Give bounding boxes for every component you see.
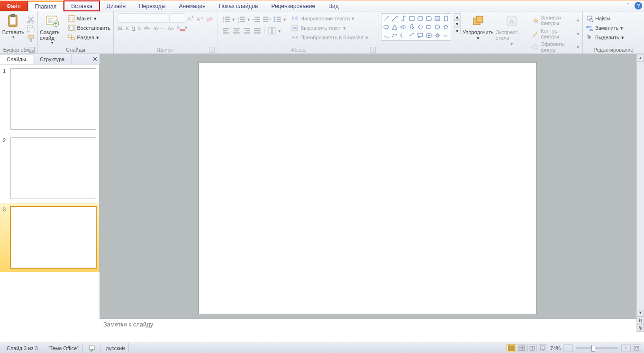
shapes-scroll-down-icon[interactable]: ▾ [454, 20, 461, 27]
font-launcher[interactable]: ↘ [209, 47, 215, 53]
shape-more[interactable] [442, 32, 450, 39]
shape-action[interactable] [425, 32, 433, 39]
next-slide-icon[interactable]: ⧎ [637, 324, 644, 332]
vertical-scrollbar[interactable]: ▲ ▼ ⧎ ⧎ [636, 54, 644, 332]
tab-home[interactable]: Главная [28, 1, 64, 11]
shape-roundrect[interactable] [417, 15, 424, 22]
align-center-icon[interactable] [232, 27, 241, 35]
shape-triangle[interactable] [391, 23, 399, 31]
reset-button[interactable]: Восстановить [67, 24, 111, 32]
thumbnail-3[interactable]: 3 [0, 203, 99, 272]
tab-design[interactable]: Дизайн [100, 1, 132, 11]
convert-smartart-button[interactable]: Преобразовать в SmartArt ▾ [290, 33, 369, 42]
shadow-button[interactable]: abc [144, 25, 150, 30]
decrease-indent-icon[interactable] [252, 15, 261, 24]
tab-transitions[interactable]: Переходы [132, 1, 172, 11]
select-button[interactable]: Выделить ▾ [585, 33, 625, 42]
thumbnails-pane[interactable]: 1 2 3 [0, 64, 100, 272]
pane-tab-outline[interactable]: Структура [33, 54, 72, 64]
shapes-gallery[interactable]: A [381, 13, 451, 41]
shape-elbow[interactable] [399, 15, 407, 22]
shape-hexagon[interactable] [434, 23, 441, 31]
zoom-value[interactable]: 74% [550, 345, 561, 351]
shape-right-arrow[interactable] [399, 23, 407, 31]
font-color-button[interactable]: A▾ [176, 25, 188, 31]
shape-snip[interactable] [425, 15, 433, 22]
cut-icon[interactable] [27, 15, 35, 24]
shape-textbox[interactable]: A [434, 15, 441, 22]
shape-fill-button[interactable]: Заливка фигуры ▾ [530, 14, 581, 27]
status-slide[interactable]: Слайд 3 из 3 [3, 343, 42, 353]
shape-outline-button[interactable]: Контур фигуры ▾ [530, 27, 581, 40]
view-sorter-icon[interactable] [517, 344, 526, 352]
shapes-more-icon[interactable]: ▾ [454, 27, 461, 34]
minimize-ribbon-icon[interactable]: ˆ [624, 2, 632, 9]
align-text-button[interactable]: Выровнять текст ▾ [290, 24, 369, 32]
pane-tab-slides[interactable]: Слайды [0, 54, 33, 64]
fit-window-icon[interactable] [632, 344, 641, 352]
shape-pentagon[interactable] [425, 23, 433, 31]
format-painter-icon[interactable] [27, 34, 35, 43]
layout-button[interactable]: Макет ▾ [67, 14, 111, 23]
pane-close-icon[interactable]: ✕ [90, 54, 100, 64]
scroll-track[interactable] [637, 62, 644, 309]
shape-effects-button[interactable]: Эффекты фигур ▾ [530, 41, 581, 53]
find-button[interactable]: Найти [585, 14, 625, 23]
tab-animations[interactable]: Анимация [172, 1, 212, 11]
zoom-slider[interactable] [576, 347, 618, 349]
prev-slide-icon[interactable]: ⧎ [637, 317, 644, 324]
shape-freeform[interactable] [391, 32, 399, 39]
line-spacing-icon[interactable] [273, 15, 281, 24]
shape-diamond[interactable] [417, 23, 424, 31]
italic-button[interactable]: К [126, 25, 129, 31]
tab-slideshow[interactable]: Показ слайдов [212, 1, 265, 11]
spacing-button[interactable]: AV↔ [153, 25, 164, 31]
paragraph-launcher[interactable]: ↘ [370, 47, 376, 53]
align-right-icon[interactable] [243, 27, 251, 35]
notes-input[interactable]: Заметки к слайду [100, 318, 636, 332]
view-reading-icon[interactable] [527, 344, 537, 352]
shape-line[interactable] [382, 15, 390, 22]
justify-icon[interactable] [253, 27, 262, 35]
underline-button[interactable]: Ч [132, 25, 135, 31]
shape-rect[interactable] [408, 15, 416, 22]
arrange-button[interactable]: Упорядочить▾ [463, 13, 493, 41]
shape-arrow-line[interactable] [391, 15, 399, 22]
columns-icon[interactable] [268, 27, 276, 35]
status-language[interactable]: русский [102, 343, 129, 353]
status-spellcheck[interactable] [85, 343, 100, 353]
strike-button[interactable]: S [138, 25, 141, 31]
font-size-input[interactable] [169, 13, 185, 23]
shape-down-arrow[interactable] [408, 23, 416, 31]
tab-insert[interactable]: Вставка [63, 0, 100, 11]
zoom-out-icon[interactable]: − [563, 344, 573, 352]
shape-callout[interactable] [417, 32, 424, 39]
shape-curve[interactable] [382, 32, 390, 39]
help-icon[interactable]: ? [635, 2, 642, 9]
replace-button[interactable]: abacЗаменить ▾ [585, 24, 625, 32]
copy-icon[interactable] [27, 25, 35, 33]
numbering-icon[interactable]: 123 [237, 15, 245, 24]
view-slideshow-icon[interactable] [538, 344, 547, 352]
view-normal-icon[interactable] [507, 344, 516, 352]
zoom-in-icon[interactable]: + [621, 344, 631, 352]
scroll-up-icon[interactable]: ▲ [637, 54, 644, 62]
tab-review[interactable]: Рецензирование [264, 1, 322, 11]
scroll-down-icon[interactable]: ▼ [637, 309, 644, 317]
slide-canvas[interactable] [199, 63, 536, 314]
thumbnail-1[interactable]: 1 [0, 64, 99, 134]
align-left-icon[interactable] [222, 27, 230, 35]
shrink-font-icon[interactable]: A [196, 14, 204, 22]
zoom-knob[interactable] [591, 345, 595, 352]
shapes-scroll-up-icon[interactable]: ▴ [454, 13, 461, 20]
tab-view[interactable]: Вид [322, 1, 345, 11]
case-button[interactable]: Aa [168, 25, 174, 31]
thumbnail-2[interactable]: 2 [0, 134, 99, 203]
clipboard-launcher[interactable]: ↘ [29, 47, 35, 53]
clear-format-icon[interactable] [205, 14, 214, 22]
tab-file[interactable]: Файл [0, 1, 28, 11]
shape-brace[interactable] [399, 32, 407, 39]
paste-button[interactable]: Вставить ▾ [2, 13, 25, 39]
section-button[interactable]: Раздел ▾ [67, 33, 111, 42]
text-direction-button[interactable]: IIAНаправление текста ▾ [290, 14, 369, 23]
